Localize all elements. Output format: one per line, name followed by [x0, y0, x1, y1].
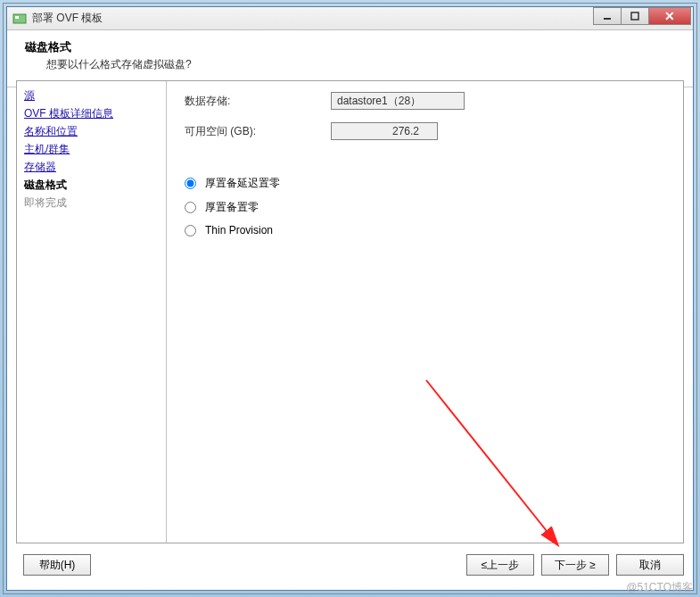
radio-thick-lazy-input[interactable] — [185, 178, 196, 189]
freespace-row: 可用空间 (GB): 276.2 — [185, 122, 665, 140]
wizard-header: 磁盘格式 想要以什么格式存储虚拟磁盘? — [7, 30, 693, 87]
radio-thick-eager[interactable]: 厚置备置零 — [185, 200, 665, 215]
svg-rect-1 — [15, 16, 19, 19]
app-icon — [12, 12, 27, 26]
step-storage[interactable]: 存储器 — [24, 160, 159, 175]
svg-rect-3 — [631, 12, 638, 20]
cancel-button[interactable]: 取消 — [616, 554, 684, 576]
datastore-row: 数据存储: datastore1（28） — [185, 92, 665, 110]
radio-thick-lazy-label: 厚置备延迟置零 — [205, 176, 280, 191]
radio-thick-lazy[interactable]: 厚置备延迟置零 — [185, 176, 665, 191]
radio-thin[interactable]: Thin Provision — [185, 224, 665, 236]
minimize-button[interactable] — [593, 7, 622, 25]
window-title: 部署 OVF 模板 — [32, 11, 103, 26]
disk-format-radio-group: 厚置备延迟置零 厚置备置零 Thin Provision — [185, 176, 665, 236]
datastore-label: 数据存储: — [185, 94, 331, 109]
page-subtitle: 想要以什么格式存储虚拟磁盘? — [46, 57, 679, 72]
wizard-steps-sidebar: 源 OVF 模板详细信息 名称和位置 主机/群集 存储器 磁盘格式 即将完成 — [17, 81, 167, 543]
step-source[interactable]: 源 — [24, 88, 159, 104]
radio-thin-input[interactable] — [185, 225, 196, 236]
page-title: 磁盘格式 — [25, 39, 679, 55]
radio-thick-eager-label: 厚置备置零 — [205, 200, 259, 215]
close-button[interactable]: ✕ — [648, 7, 691, 25]
wizard-body: 源 OVF 模板详细信息 名称和位置 主机/群集 存储器 磁盘格式 即将完成 数… — [16, 80, 684, 543]
radio-thick-eager-input[interactable] — [185, 202, 196, 213]
radio-thin-label: Thin Provision — [205, 224, 273, 236]
freespace-label: 可用空间 (GB): — [185, 124, 331, 139]
step-ovf-details[interactable]: OVF 模板详细信息 — [24, 106, 159, 121]
datastore-value: datastore1（28） — [331, 92, 465, 110]
step-ready-to-complete: 即将完成 — [24, 195, 159, 211]
window-controls: ✕ — [594, 7, 691, 25]
step-disk-format-current: 磁盘格式 — [24, 178, 159, 193]
next-button[interactable]: 下一步 ≥ — [541, 554, 609, 576]
help-button[interactable]: 帮助(H) — [23, 554, 91, 576]
back-button[interactable]: ≤上一步 — [466, 554, 534, 576]
step-name-location[interactable]: 名称和位置 — [24, 124, 159, 139]
titlebar: 部署 OVF 模板 ✕ — [7, 7, 693, 30]
freespace-value: 276.2 — [331, 122, 438, 140]
maximize-button[interactable] — [621, 7, 649, 25]
wizard-content: 数据存储: datastore1（28） 可用空间 (GB): 276.2 厚置… — [167, 81, 683, 543]
watermark: @51CTO博客 — [626, 580, 693, 595]
wizard-window: 部署 OVF 模板 ✕ 磁盘格式 想要以什么格式存储虚拟磁盘? 源 OVF 模板… — [6, 6, 694, 591]
step-host-cluster[interactable]: 主机/群集 — [24, 142, 159, 157]
wizard-footer: 帮助(H) ≤上一步 下一步 ≥ 取消 — [16, 551, 684, 579]
